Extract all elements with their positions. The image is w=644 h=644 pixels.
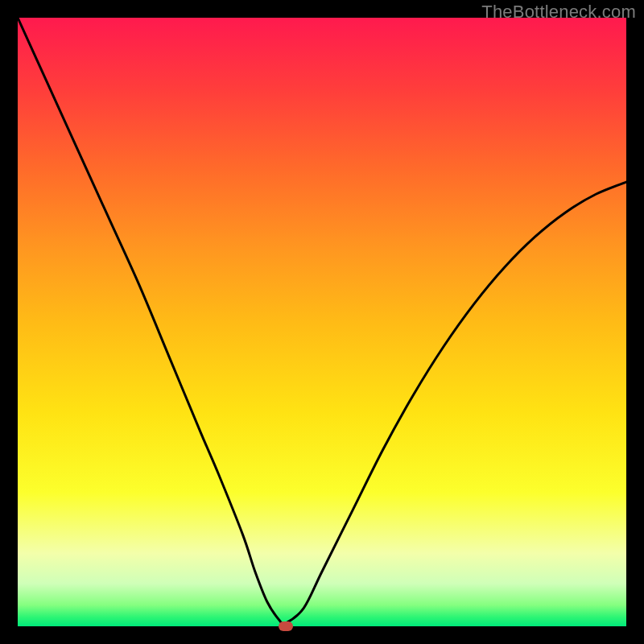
curve-marker (279, 621, 293, 631)
plot-area (18, 18, 626, 626)
bottleneck-curve (18, 18, 626, 626)
watermark-text: TheBottleneck.com (481, 2, 636, 23)
chart-frame: TheBottleneck.com (0, 0, 644, 644)
